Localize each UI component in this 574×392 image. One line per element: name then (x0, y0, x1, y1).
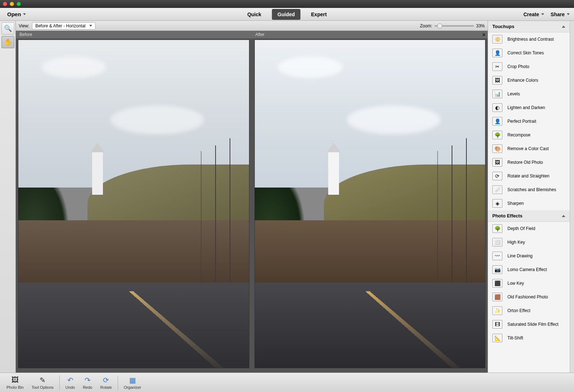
separator (59, 375, 60, 390)
mode-tabs: Quick Guided Expert (242, 9, 332, 20)
dropdown-arrow-icon (23, 13, 26, 15)
tab-expert[interactable]: Expert (306, 9, 332, 19)
undo-button[interactable]: ↶ Undo (63, 374, 78, 391)
touchup-icon: 📊 (492, 90, 502, 98)
effect-label: Saturated Slide Film Effect (507, 322, 559, 327)
view-label: View: (19, 23, 29, 28)
photo-bin-button[interactable]: 🖼 Photo Bin (4, 374, 27, 391)
touchup-item[interactable]: ✂Crop Photo (488, 60, 570, 73)
effect-icon: 🌳 (492, 224, 502, 233)
touchup-item[interactable]: 🩹Scratches and Blemishes (488, 183, 570, 197)
touchup-item[interactable]: 🌳Recompose (488, 128, 570, 142)
rotate-icon: ⟳ (103, 376, 109, 384)
effect-item[interactable]: 🌳Depth Of Field (488, 222, 570, 235)
effect-icon: ✨ (492, 306, 502, 315)
zoom-slider-thumb[interactable] (437, 23, 442, 28)
tool-options-icon: ✎ (40, 376, 46, 384)
close-document-button[interactable]: × (482, 32, 485, 38)
touchup-item[interactable]: ⟳Rotate and Straighten (488, 169, 570, 183)
effect-item[interactable]: 🟫Old Fashioned Photo (488, 290, 570, 304)
window-zoom-button[interactable] (17, 2, 21, 6)
panel-scrollbar[interactable] (570, 21, 574, 373)
open-menu[interactable]: Open (4, 10, 29, 19)
zoom-controls: Zoom: 33% (420, 23, 485, 28)
effect-item[interactable]: ⬛Low Key (488, 276, 570, 290)
effect-item[interactable]: 📐Tilt-Shift (488, 331, 570, 345)
touchup-item[interactable]: ◐Lighten and Darken (488, 101, 570, 114)
share-menu[interactable]: Share (551, 12, 570, 17)
dropdown-arrow-icon (89, 25, 92, 27)
touchup-label: Rotate and Straighten (507, 174, 550, 179)
undo-icon: ↶ (67, 376, 73, 384)
touchups-section-header[interactable]: Touchups (488, 21, 570, 32)
effect-label: Old Fashioned Photo (507, 294, 548, 299)
touchup-item[interactable]: 🖼Restore Old Photo (488, 156, 570, 169)
main-area: 🔍 ✋ View: Before & After - Horizontal Zo… (0, 21, 574, 373)
photo-content (255, 40, 485, 368)
touchup-label: Brightness and Contrast (507, 37, 554, 42)
hand-tool[interactable]: ✋ (1, 36, 14, 48)
touchup-icon: 🖼 (492, 76, 502, 85)
view-select[interactable]: Before & After - Horizontal (32, 22, 95, 30)
effect-item[interactable]: 〰Line Drawing (488, 249, 570, 263)
after-label: After (252, 31, 488, 39)
undo-label: Undo (65, 385, 75, 389)
touchup-item[interactable]: ◈Sharpen (488, 197, 570, 210)
touchup-icon: ✂ (492, 62, 502, 71)
organizer-button[interactable]: ▦ Organizer (121, 374, 144, 391)
touchup-label: Restore Old Photo (507, 160, 543, 165)
touchup-icon: 🖼 (492, 158, 502, 167)
photo-bin-icon: 🖼 (12, 376, 19, 384)
effect-icon: ⬛ (492, 279, 502, 288)
right-menu: Create Share (523, 12, 570, 17)
zoom-tool[interactable]: 🔍 (1, 22, 14, 35)
window-close-button[interactable] (3, 2, 7, 6)
redo-button[interactable]: ↷ Redo (80, 374, 95, 391)
create-menu[interactable]: Create (523, 12, 544, 17)
effect-item[interactable]: ⬜High Key (488, 235, 570, 249)
before-image[interactable] (18, 40, 249, 368)
effects-list: 🌳Depth Of Field⬜High Key〰Line Drawing📷Lo… (488, 222, 570, 345)
effect-label: Orton Effect (507, 308, 530, 313)
tab-guided[interactable]: Guided (272, 9, 300, 20)
photo-effects-section-header[interactable]: Photo Effects (488, 210, 570, 222)
effect-item[interactable]: 📷Lomo Camera Effect (488, 263, 570, 276)
touchup-item[interactable]: 🎨Remove a Color Cast (488, 142, 570, 156)
touchup-item[interactable]: 👤Correct Skin Tones (488, 46, 570, 60)
tab-quick[interactable]: Quick (242, 9, 266, 19)
effect-item[interactable]: 🎞Saturated Slide Film Effect (488, 317, 570, 331)
touchup-icon: ◈ (492, 199, 502, 208)
effect-icon: 〰 (492, 252, 502, 260)
organizer-icon: ▦ (129, 376, 136, 384)
touchup-item[interactable]: 📊Levels (488, 87, 570, 101)
effect-item[interactable]: ✨Orton Effect (488, 304, 570, 317)
after-image[interactable] (254, 40, 486, 368)
before-label: Before (16, 31, 252, 39)
touchup-label: Recompose (507, 132, 530, 138)
touchup-icon: 🔆 (492, 35, 502, 44)
hand-icon: ✋ (4, 38, 12, 46)
chevron-up-icon (562, 215, 565, 217)
redo-icon: ↷ (85, 376, 91, 384)
effect-label: Tilt-Shift (507, 335, 523, 341)
touchup-item[interactable]: 🖼Enhance Colors (488, 73, 570, 87)
touchup-label: Scratches and Blemishes (507, 187, 556, 192)
zoom-label: Zoom: (420, 23, 432, 28)
zoom-slider[interactable] (434, 25, 474, 27)
window-minimize-button[interactable] (10, 2, 14, 6)
touchup-item[interactable]: 🔆Brightness and Contrast (488, 32, 570, 46)
effect-label: High Key (507, 240, 525, 245)
touchup-item[interactable]: 👤Perfect Portrait (488, 114, 570, 128)
touchup-icon: 🩹 (492, 185, 502, 194)
rotate-button[interactable]: ⟳ Rotate (97, 374, 114, 391)
photo-bin-label: Photo Bin (6, 385, 24, 389)
touchup-label: Enhance Colors (507, 78, 538, 83)
view-value: Before & After - Horizontal (35, 23, 85, 28)
effect-icon: 🟫 (492, 293, 502, 301)
image-comparison-row (16, 39, 488, 373)
touchup-label: Perfect Portrait (507, 119, 536, 124)
open-label: Open (7, 11, 21, 17)
tool-options-button[interactable]: ✎ Tool Options (29, 374, 57, 391)
create-label: Create (523, 12, 539, 17)
touchup-icon: 🌳 (492, 131, 502, 139)
